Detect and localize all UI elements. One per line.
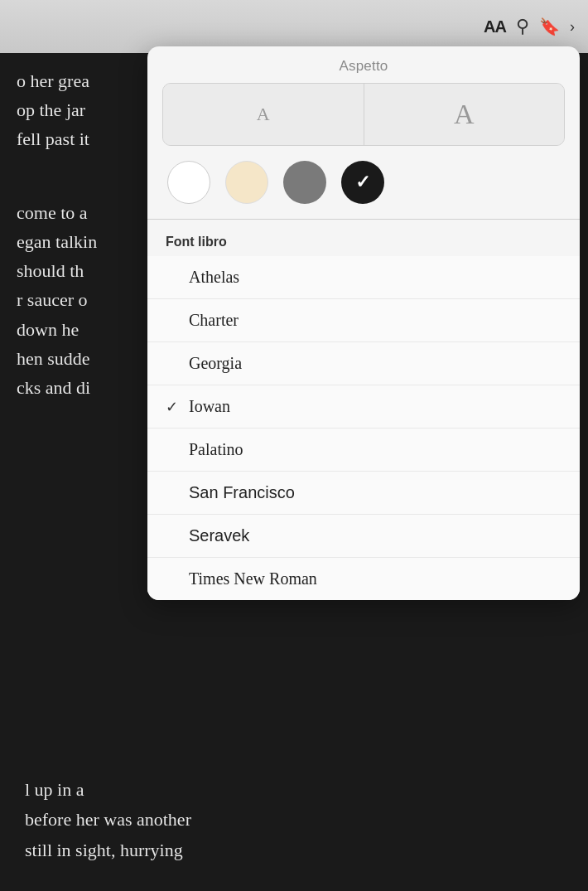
font-item-san-francisco[interactable]: San Francisco (147, 472, 580, 515)
font-check-iowan: ✓ (166, 398, 189, 416)
font-item-seravek[interactable]: Seravek (147, 515, 580, 558)
font-check-sf (166, 484, 189, 501)
decrease-font-button[interactable]: A (163, 84, 364, 145)
increase-font-button[interactable]: A (364, 84, 565, 145)
font-name-charter: Charter (189, 311, 561, 330)
font-item-times[interactable]: Times New Roman (147, 558, 580, 600)
bookmark-icon[interactable]: 🔖 (539, 17, 560, 36)
font-item-iowan[interactable]: ✓ Iowan (147, 385, 580, 429)
font-item-athelas[interactable]: Athelas (147, 256, 580, 299)
sepia-theme-swatch[interactable] (225, 161, 268, 204)
font-check-palatino (166, 441, 189, 458)
font-name-iowan: Iowan (189, 397, 561, 416)
gray-theme-swatch[interactable] (283, 161, 326, 204)
font-check-georgia (166, 355, 189, 372)
font-check-athelas (166, 269, 189, 286)
font-check-charter (166, 312, 189, 329)
chevron-down-icon[interactable]: › (570, 18, 575, 36)
font-size-controls: A A (162, 83, 565, 146)
color-theme-row: ✓ (147, 161, 580, 219)
small-a-label: A (257, 104, 270, 125)
selected-check-icon: ✓ (355, 172, 370, 193)
section-divider (147, 219, 580, 220)
font-list: Athelas Charter Georgia ✓ Iowan Palatino… (147, 256, 580, 600)
aspetto-popup: Aspetto A A ✓ Font libro Athelas Charter (147, 46, 580, 600)
font-section-heading: Font libro (147, 226, 580, 256)
font-size-toolbar-icon[interactable]: AA (484, 17, 506, 36)
font-item-georgia[interactable]: Georgia (147, 342, 580, 385)
reader-bottom-text: l up in a before her was another still i… (0, 758, 588, 891)
large-a-label: A (454, 99, 475, 130)
popup-title: Aspetto (147, 46, 580, 83)
font-check-seravek (166, 527, 189, 545)
toolbar: AA ⚲ 🔖 › (0, 0, 588, 53)
white-theme-swatch[interactable] (167, 161, 210, 204)
font-name-georgia: Georgia (189, 354, 561, 373)
font-item-palatino[interactable]: Palatino (147, 429, 580, 472)
font-name-palatino: Palatino (189, 440, 561, 459)
font-item-charter[interactable]: Charter (147, 299, 580, 342)
font-name-seravek: Seravek (189, 526, 561, 545)
font-name-athelas: Athelas (189, 268, 561, 287)
black-theme-swatch[interactable]: ✓ (341, 161, 384, 204)
font-name-times: Times New Roman (189, 569, 561, 588)
font-check-times (166, 570, 189, 588)
search-icon[interactable]: ⚲ (516, 16, 529, 37)
font-name-sf: San Francisco (189, 483, 561, 502)
